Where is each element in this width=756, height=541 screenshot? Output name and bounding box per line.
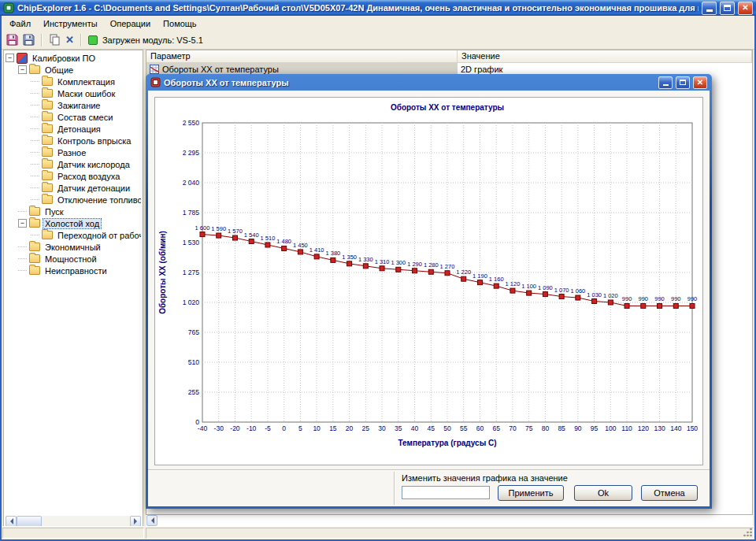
ok-button[interactable]: Ok	[574, 485, 632, 501]
screen: { "window": { "title": "ChipExplorer 1.6…	[0, 0, 756, 541]
parameter-cell[interactable]: Обороты XX от температуры	[146, 63, 458, 75]
chart-area[interactable]: 02555107651 0201 2751 5301 7852 0402 295…	[154, 97, 703, 465]
menu-operations[interactable]: Операции	[104, 17, 157, 30]
save-as-icon[interactable]	[23, 34, 35, 46]
close-icon: ✕	[742, 4, 748, 12]
tree-item-label: Экономичный	[43, 243, 102, 252]
tree-item-16[interactable]: Экономичный	[6, 241, 141, 253]
tree-indent	[6, 246, 18, 247]
tree-item-18[interactable]: Неисправности	[6, 265, 141, 276]
svg-text:95: 95	[591, 424, 598, 432]
scroll-left-button[interactable]	[6, 516, 17, 527]
maximize-button[interactable]	[720, 2, 735, 15]
tree-item-label: Разное	[56, 148, 87, 157]
dialog-maximize-button[interactable]	[676, 76, 690, 89]
tree-item-4[interactable]: Зажигание	[6, 99, 141, 111]
tree-item-10[interactable]: Расход воздуха	[6, 170, 141, 182]
graph-dialog: Обороты XX от температуры ✕ 02555107651 …	[146, 74, 712, 509]
tree-item-8[interactable]: Разное	[6, 146, 141, 158]
content-scroll-left-button[interactable]	[146, 515, 158, 526]
cancel-button[interactable]: Отмена	[641, 485, 698, 501]
svg-text:1 120: 1 120	[506, 280, 521, 287]
table-row[interactable]: Обороты XX от температуры 2D график	[146, 63, 752, 75]
tree-item-6[interactable]: Детонация	[6, 123, 141, 135]
menubar: Файл Инструменты Операции Помощь	[2, 16, 754, 31]
tree-toggle-icon[interactable]: −	[18, 219, 27, 228]
folder-icon	[42, 195, 53, 204]
tree-item-5[interactable]: Состав смеси	[6, 111, 141, 123]
rpm-temperature-chart[interactable]: 02555107651 0201 2751 5301 7852 0402 295…	[155, 98, 704, 466]
window-titlebar[interactable]: ChipExplorer 1.6 - C:\Documents and Sett…	[0, 0, 756, 16]
column-header-parameter[interactable]: Параметр	[146, 50, 458, 63]
menu-tools[interactable]: Инструменты	[37, 17, 104, 30]
tree-item-11[interactable]: Датчик детонации	[6, 182, 141, 194]
tree-item-13[interactable]: Пуск	[6, 206, 141, 217]
tree-item-3[interactable]: Маски ошибок	[6, 87, 141, 99]
folder-icon	[29, 266, 40, 275]
tree-item-17[interactable]: Мощностной	[6, 253, 141, 265]
statusbar	[2, 526, 754, 539]
folder-icon	[29, 254, 40, 263]
svg-text:-10: -10	[246, 424, 257, 432]
dialog-maximize-icon	[680, 80, 686, 85]
tree-connector	[18, 254, 27, 263]
column-header-value[interactable]: Значение	[458, 50, 752, 63]
tree-toggle-icon[interactable]: −	[18, 65, 27, 74]
tree-connector	[31, 195, 39, 204]
folder-icon	[42, 101, 53, 109]
svg-text:45: 45	[428, 424, 435, 432]
svg-text:1 090: 1 090	[538, 284, 553, 291]
svg-text:1 300: 1 300	[391, 259, 406, 266]
tree-item-14[interactable]: −Холостой ход	[6, 217, 141, 229]
graph-value-input[interactable]	[402, 486, 490, 499]
tree-item-12[interactable]: Отключение топливоп	[6, 194, 141, 206]
dialog-titlebar[interactable]: Обороты XX от температуры ✕	[148, 74, 710, 91]
tree-toggle-icon[interactable]: −	[6, 54, 14, 62]
tree-item-label: Детонация	[56, 124, 102, 134]
menu-help[interactable]: Помощь	[157, 17, 203, 30]
svg-text:50: 50	[443, 424, 451, 432]
tree-indent	[6, 199, 31, 200]
minimize-button[interactable]	[702, 2, 717, 15]
dialog-bottom-bar: Изменить значения графика на значение Пр…	[148, 469, 710, 506]
tree-item-1[interactable]: −Общие	[6, 64, 141, 76]
content-scrollbar[interactable]	[146, 515, 753, 527]
svg-text:1 020: 1 020	[603, 292, 618, 299]
svg-text:-40: -40	[198, 424, 208, 432]
tree-item-label: Расход воздуха	[56, 172, 121, 181]
svg-text:255: 255	[188, 388, 199, 396]
maximize-icon	[724, 5, 731, 11]
close-button[interactable]: ✕	[738, 2, 753, 15]
close-module-icon[interactable]: ✕	[65, 35, 74, 45]
chipexplorer-window: ChipExplorer 1.6 - C:\Documents and Sett…	[0, 0, 756, 541]
apply-button[interactable]: Применить	[498, 485, 564, 501]
value-cell[interactable]: 2D график	[458, 63, 752, 75]
svg-text:1 220: 1 220	[456, 269, 471, 276]
tree-item-2[interactable]: Комплектация	[6, 76, 141, 87]
svg-text:80: 80	[542, 424, 550, 432]
scroll-left-icon	[7, 518, 13, 524]
tree-hscrollbar[interactable]	[6, 516, 141, 527]
scroll-thumb[interactable]	[17, 516, 42, 527]
bottom-bar-divider	[394, 472, 395, 505]
svg-text:130: 130	[654, 424, 665, 432]
svg-text:110: 110	[621, 424, 632, 432]
tree-item-label: Состав смеси	[56, 113, 114, 122]
copy-icon[interactable]	[49, 34, 61, 46]
svg-text:765: 765	[188, 328, 199, 336]
tree-item-15[interactable]: Переходной от рабоче	[6, 229, 141, 241]
svg-text:990: 990	[654, 295, 665, 302]
scroll-right-button[interactable]	[130, 516, 141, 527]
folder-icon	[42, 160, 53, 169]
save-icon[interactable]	[6, 34, 18, 46]
tree-item-7[interactable]: Контроль впрыска	[6, 135, 141, 146]
scroll-track[interactable]	[42, 516, 130, 527]
tree-item-9[interactable]: Датчик кислорода	[6, 158, 141, 170]
resize-grip[interactable]	[743, 528, 752, 537]
dialog-close-button[interactable]: ✕	[693, 76, 707, 89]
svg-text:510: 510	[188, 358, 199, 366]
tree-item-label: Общие	[43, 65, 75, 75]
tree-item-0[interactable]: −Калибровки ПО	[6, 52, 141, 64]
dialog-minimize-button[interactable]	[658, 76, 673, 89]
menu-file[interactable]: Файл	[3, 17, 37, 30]
